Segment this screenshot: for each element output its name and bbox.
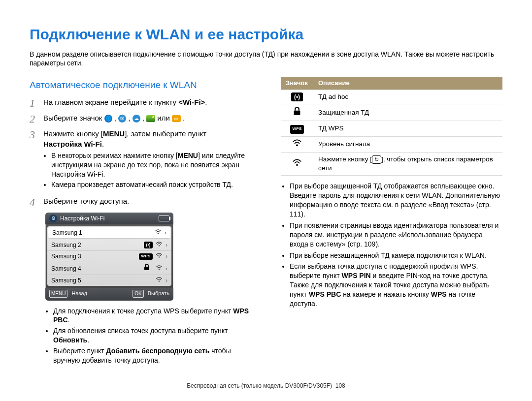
- step-number: 3: [30, 129, 38, 192]
- text: В некоторых режимах нажмите кнопку [: [51, 152, 178, 159]
- left-bullet-3: Выберите пункт Добавить беспроводную сет…: [53, 346, 251, 365]
- svg-point-2: [159, 256, 160, 257]
- text: Обновить: [53, 336, 87, 344]
- footer-text: Беспроводная сеть (только модель DV300F/…: [187, 382, 332, 389]
- footer-select-label: Выбрать: [148, 290, 169, 297]
- signal-icon: [155, 229, 162, 237]
- lock-icon: [141, 264, 153, 273]
- wifi-ap-row[interactable]: Samsung 1 ›: [48, 227, 170, 239]
- cloud-icon: ☁: [133, 115, 140, 123]
- desc-signal: Уровень сигнала: [313, 136, 502, 152]
- wifi-panel-footer: MENU Назад OK Выбрать: [45, 288, 173, 301]
- text: Для обновления списка точек доступа выбе…: [53, 327, 228, 335]
- refresh-icon: [292, 161, 302, 168]
- text: WPS: [431, 290, 447, 298]
- wifi-ap-row[interactable]: Samsung 4 ›: [47, 262, 171, 275]
- refresh-key: ↻: [372, 155, 381, 164]
- step-1-bold: <Wi-Fi>: [178, 98, 205, 106]
- right-bullet: При выборе незащищенной ТД камера подклю…: [290, 251, 502, 260]
- ap-name: Samsung 5: [51, 277, 153, 284]
- step-3: 3 Нажмите кнопку [MENU], затем выберите …: [30, 129, 251, 192]
- globe-icon: 🌐: [104, 115, 112, 123]
- svg-point-5: [159, 280, 160, 281]
- sep: ,: [140, 114, 147, 122]
- ap-name: Samsung 4: [51, 265, 138, 273]
- svg-rect-6: [294, 111, 300, 115]
- text: WPS PIN: [342, 272, 371, 279]
- table-row: WPS ТД WPS: [281, 121, 502, 136]
- text: Выберите пункт: [53, 347, 106, 355]
- footer-back-label: Назад: [71, 290, 87, 297]
- th-desc: Описание: [313, 77, 502, 90]
- text: .: [87, 336, 89, 344]
- tv-icon: ▭: [172, 115, 181, 122]
- step-2-text: Выберите значок: [43, 114, 104, 122]
- step-1-text-a: На главном экране перейдите к пункту: [43, 98, 178, 106]
- adhoc-icon: (•): [144, 242, 153, 248]
- sep: ,: [126, 114, 133, 122]
- table-row: Защищенная ТД: [281, 104, 502, 121]
- ap-name: Samsung 1: [52, 229, 152, 237]
- wifi-ap-row[interactable]: Samsung 2 (•) ›: [47, 240, 171, 251]
- wifi-gear-icon: ⚙: [49, 215, 57, 222]
- section-heading: Автоматическое подключение к WLAN: [30, 79, 251, 92]
- signal-icon: [156, 265, 163, 273]
- svg-point-4: [159, 269, 160, 270]
- mail-icon: ✉: [118, 115, 126, 123]
- ok-key-badge: OK: [133, 290, 143, 298]
- svg-point-7: [296, 144, 298, 146]
- step-3-bullet-2: Камера произведет автоматический поиск у…: [51, 180, 251, 189]
- adhoc-icon: (•): [291, 93, 303, 101]
- signal-icon: [292, 141, 302, 149]
- step-number: 4: [30, 196, 38, 208]
- battery-icon: [159, 216, 169, 221]
- step-2: 2 Выберите значок 🌐 , ✉ , ☁ , или ▭ .: [30, 113, 251, 125]
- ap-name: Samsung 2: [51, 241, 141, 249]
- right-column: Значок Описание (•) ТД ad hoc Защищенная…: [281, 77, 502, 368]
- chevron-right-icon: ›: [166, 252, 167, 260]
- chevron-right-icon: ›: [166, 241, 167, 249]
- ap-name: Samsung 3: [51, 252, 136, 260]
- step-1-text-b: .: [205, 98, 207, 106]
- step-3-bullet-1: В некоторых режимах нажмите кнопку [MENU…: [51, 151, 251, 179]
- picture-icon: [146, 115, 155, 122]
- desc-wps: ТД WPS: [313, 121, 502, 136]
- signal-icon: [156, 241, 163, 249]
- wifi-ap-row[interactable]: Samsung 3 WPS ›: [47, 251, 171, 262]
- th-icon: Значок: [281, 77, 313, 90]
- step-4-text: Выберите точку доступа.: [43, 196, 251, 206]
- right-bullet: При выборе защищенной ТД отображается вс…: [290, 182, 502, 219]
- text: Нажмите кнопку [: [318, 155, 372, 163]
- wifi-ap-row[interactable]: Samsung 5 ›: [47, 275, 171, 286]
- text: .: [68, 316, 70, 324]
- right-bullet-wps: Если выбрана точка доступа с поддержкой …: [290, 262, 502, 308]
- wps-icon: WPS: [139, 253, 153, 260]
- desc-adhoc: ТД ad hoc: [313, 90, 502, 104]
- step-number: 2: [30, 113, 38, 125]
- chevron-right-icon: ›: [166, 265, 167, 273]
- chevron-right-icon: ›: [166, 277, 167, 284]
- signal-icon: [156, 252, 163, 260]
- text: Добавить беспроводную сеть: [106, 347, 209, 355]
- menu-key: MENU: [103, 129, 125, 138]
- page-footer: Беспроводная сеть (только модель DV300F/…: [30, 382, 502, 390]
- page-number: 108: [335, 382, 345, 389]
- menu-key-badge: MENU: [49, 290, 67, 298]
- lock-icon: [293, 110, 301, 117]
- table-row: (•) ТД ad hoc: [281, 90, 502, 104]
- sep: ,: [112, 114, 119, 122]
- wps-icon: WPS: [290, 125, 304, 134]
- step-number: 1: [30, 97, 38, 109]
- wifi-panel-title: Настройка Wi-Fi: [60, 215, 104, 222]
- step-3-pre: Нажмите кнопку [: [43, 129, 103, 138]
- svg-point-1: [159, 245, 160, 246]
- left-column: Автоматическое подключение к WLAN 1 На г…: [30, 77, 251, 368]
- signal-icon: [156, 277, 163, 284]
- table-row: Уровень сигнала: [281, 136, 502, 152]
- desc-secured: Защищенная ТД: [313, 104, 502, 121]
- step-4: 4 Выберите точку доступа.: [30, 196, 251, 208]
- right-bullet: При появлении страницы ввода идентификат…: [290, 221, 502, 249]
- step-2-post: .: [181, 114, 185, 122]
- text: Для подключения к точке доступа WPS выбе…: [53, 307, 233, 315]
- step-2-or: или: [157, 114, 172, 122]
